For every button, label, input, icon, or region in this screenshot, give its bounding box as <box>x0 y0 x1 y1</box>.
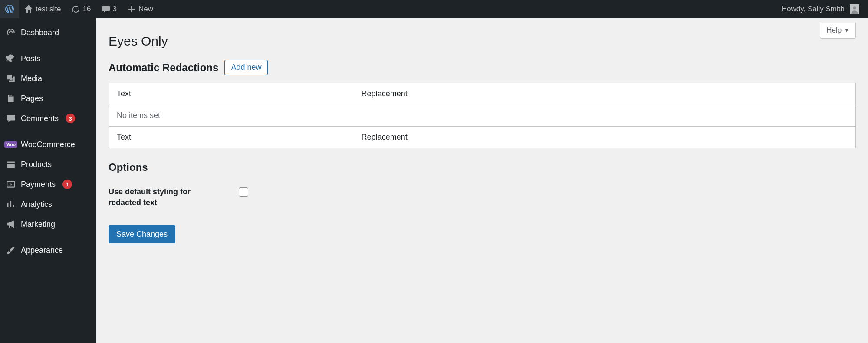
products-icon <box>6 160 16 169</box>
sidebar-item-label: Pages <box>21 94 43 103</box>
plus-icon <box>127 5 136 13</box>
sidebar-item-label: Products <box>21 160 52 169</box>
page-title: Eyes Only <box>108 18 856 54</box>
add-new-button[interactable]: Add new <box>224 60 268 75</box>
admin-wrap: Dashboard Posts Media Pages Comment <box>0 18 868 343</box>
woocommerce-icon: Woo <box>6 140 16 149</box>
dashboard-icon <box>6 28 16 37</box>
svg-point-1 <box>853 6 856 9</box>
default-styling-label: Use default styling for redacted text <box>108 186 221 208</box>
options-heading: Options <box>108 161 856 173</box>
sidebar-item-appearance[interactable]: Appearance <box>0 240 96 260</box>
sidebar-item-label: Marketing <box>21 220 55 229</box>
col-text[interactable]: Text <box>109 127 354 148</box>
sidebar-item-label: Appearance <box>21 246 63 255</box>
table-footer-row: Text Replacement <box>109 127 856 148</box>
sidebar-item-woocommerce[interactable]: Woo WooCommerce <box>0 134 96 154</box>
menu-separator <box>0 234 96 240</box>
sidebar-item-label: WooCommerce <box>21 140 75 149</box>
sidebar-item-analytics[interactable]: Analytics <box>0 194 96 214</box>
sidebar-item-pages[interactable]: Pages <box>0 88 96 108</box>
redactions-table: Text Replacement No items set Text Repla… <box>108 83 856 148</box>
no-items-cell: No items set <box>109 105 856 127</box>
comments-badge: 3 <box>66 114 75 123</box>
table-header-row: Text Replacement <box>109 83 856 105</box>
table-row: No items set <box>109 105 856 127</box>
admin-bar-right: Howdy, Sally Smith <box>776 0 865 18</box>
megaphone-icon <box>6 219 16 229</box>
howdy-text: Howdy, Sally Smith <box>782 5 845 13</box>
payments-icon: $ <box>6 180 16 189</box>
redactions-header: Automatic Redactions Add new <box>108 60 856 75</box>
help-label: Help <box>826 26 842 35</box>
brush-icon <box>6 245 16 255</box>
comments-menu[interactable]: 3 <box>96 0 122 18</box>
updates-count: 16 <box>83 5 91 13</box>
content: Help ▼ Eyes Only Automatic Redactions Ad… <box>96 18 868 343</box>
svg-text:$: $ <box>10 182 12 187</box>
updates-menu[interactable]: 16 <box>66 0 96 18</box>
default-styling-checkbox[interactable] <box>239 187 248 197</box>
update-icon <box>72 5 80 13</box>
help-tab[interactable]: Help ▼ <box>820 23 856 39</box>
menu-separator <box>0 42 96 49</box>
wp-logo-menu[interactable] <box>0 0 19 18</box>
sidebar-item-media[interactable]: Media <box>0 69 96 88</box>
sidebar-item-posts[interactable]: Posts <box>0 49 96 69</box>
new-label: New <box>138 5 153 13</box>
avatar <box>850 4 859 14</box>
option-default-styling: Use default styling for redacted text <box>108 186 856 208</box>
pages-icon <box>6 94 16 103</box>
sidebar-item-label: Media <box>21 74 42 83</box>
sidebar-item-payments[interactable]: $ Payments 1 <box>0 174 96 194</box>
redactions-heading: Automatic Redactions <box>108 62 218 74</box>
sidebar-item-label: Dashboard <box>21 28 59 37</box>
save-button[interactable]: Save Changes <box>108 225 175 243</box>
analytics-icon <box>6 199 16 209</box>
col-replacement[interactable]: Replacement <box>354 127 856 148</box>
sidebar-item-products[interactable]: Products <box>0 154 96 174</box>
col-replacement[interactable]: Replacement <box>354 83 856 105</box>
comments-icon <box>6 114 16 123</box>
site-name-label: test site <box>36 5 61 13</box>
site-name-menu[interactable]: test site <box>19 0 66 18</box>
svg-point-2 <box>10 78 13 80</box>
sidebar-item-dashboard[interactable]: Dashboard <box>0 23 96 42</box>
admin-menu: Dashboard Posts Media Pages Comment <box>0 18 96 343</box>
comments-count: 3 <box>113 5 117 13</box>
col-text[interactable]: Text <box>109 83 354 105</box>
my-account-menu[interactable]: Howdy, Sally Smith <box>776 0 865 18</box>
sidebar-item-label: Posts <box>21 54 40 63</box>
payments-badge: 1 <box>62 180 72 189</box>
sidebar-item-label: Comments <box>21 114 59 123</box>
sidebar-item-marketing[interactable]: Marketing <box>0 214 96 234</box>
chevron-down-icon: ▼ <box>844 27 849 33</box>
media-icon <box>6 74 16 83</box>
menu-separator <box>0 128 96 134</box>
sidebar-item-label: Analytics <box>21 200 52 209</box>
pin-icon <box>6 54 16 63</box>
comment-icon <box>102 5 110 13</box>
home-icon <box>24 5 33 13</box>
wordpress-icon <box>5 5 14 13</box>
admin-bar-left: test site 16 3 New <box>0 0 158 18</box>
admin-bar: test site 16 3 New Howdy, Sally Smith <box>0 0 868 18</box>
new-content-menu[interactable]: New <box>122 0 158 18</box>
sidebar-item-comments[interactable]: Comments 3 <box>0 108 96 128</box>
sidebar-item-label: Payments <box>21 180 56 189</box>
